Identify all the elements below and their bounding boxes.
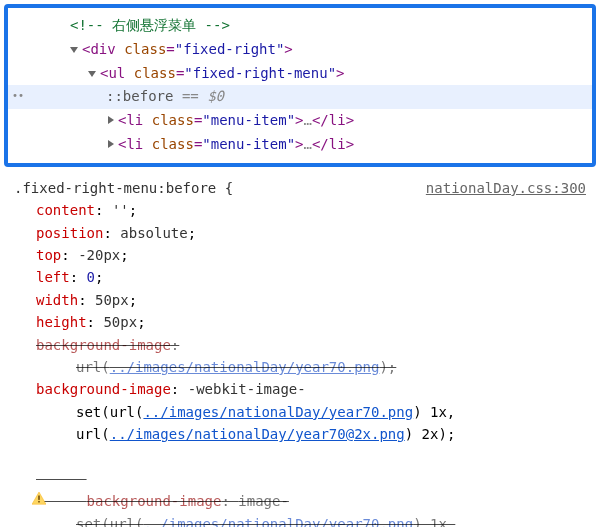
attr-value: fixed-right — [183, 41, 276, 57]
svg-rect-2 — [38, 501, 39, 503]
url-link[interactable]: ../images/nationalDay/year70@2x.png — [110, 426, 405, 442]
expand-arrow-icon[interactable] — [70, 47, 78, 53]
css-property-top[interactable]: top: -20px; — [36, 244, 586, 266]
css-rule-body: content: ''; position: absolute; top: -2… — [14, 199, 586, 527]
url-link[interactable]: ../images/nationalDay/year70.png — [143, 404, 413, 420]
tag-name: li — [126, 112, 143, 128]
css-property-height[interactable]: height: 50px; — [36, 311, 586, 333]
styles-header: .fixed-right-menu:before { nationalDay.c… — [14, 177, 586, 199]
url-link[interactable]: ../images/nationalDay/year70.png — [110, 359, 380, 375]
dom-div-line[interactable]: <div class="fixed-right"> — [8, 38, 592, 62]
url-link[interactable]: ../images/nationalDay/year70.png — [143, 516, 413, 527]
expand-arrow-icon[interactable] — [88, 71, 96, 77]
css-property-position[interactable]: position: absolute; — [36, 222, 586, 244]
dom-ul-line[interactable]: <ul class="fixed-right-menu"> — [8, 62, 592, 86]
tag-name: li — [126, 136, 143, 152]
css-property-left[interactable]: left: 0; — [36, 266, 586, 288]
css-selector[interactable]: .fixed-right-menu:before { — [14, 177, 233, 199]
collapse-arrow-icon[interactable] — [108, 116, 114, 124]
tag-name: div — [90, 41, 115, 57]
dom-li-line-2[interactable]: <li class="menu-item">…</li> — [8, 133, 592, 157]
warning-icon — [32, 447, 46, 459]
css-property-bg-invalid[interactable]: background-image: image-set(url(../image… — [36, 445, 586, 527]
overflow-badge: •• — [12, 87, 24, 104]
styles-panel: .fixed-right-menu:before { nationalDay.c… — [0, 167, 600, 527]
css-property-bg-webkit[interactable]: background-image: -webkit-image-set(url(… — [36, 378, 586, 445]
attr-value: fixed-right-menu — [193, 65, 328, 81]
css-property-width[interactable]: width: 50px; — [36, 289, 586, 311]
source-link[interactable]: nationalDay.css:300 — [426, 177, 586, 199]
dom-comment-line[interactable]: <!-- 右侧悬浮菜单 --> — [8, 14, 592, 38]
dom-selected-line[interactable]: •• ::before == $0 — [8, 85, 592, 109]
collapse-arrow-icon[interactable] — [108, 140, 114, 148]
dom-li-line-1[interactable]: <li class="menu-item">…</li> — [8, 109, 592, 133]
tag-name: ul — [108, 65, 125, 81]
dom-tree-panel: <!-- 右侧悬浮菜单 --> <div class="fixed-right"… — [4, 4, 596, 167]
css-property-content[interactable]: content: ''; — [36, 199, 586, 221]
html-comment: <!-- 右侧悬浮菜单 --> — [70, 17, 230, 33]
svg-rect-1 — [38, 496, 39, 500]
css-property-bg-overridden-1[interactable]: background-image:url(../images/nationalD… — [36, 334, 586, 379]
pseudo-element: ::before — [106, 88, 173, 104]
